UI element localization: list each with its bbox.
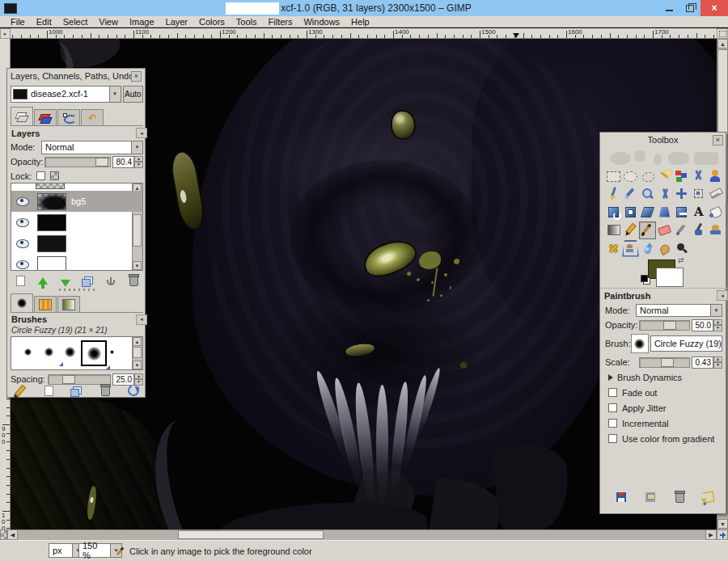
tab-undo-history[interactable]: ↶ [81,109,104,125]
ruler-corner-button[interactable]: ▸ [0,28,11,39]
menu-view[interactable]: View [93,17,124,27]
option-use-color-from-gradient[interactable]: Use color from gradient [608,432,722,445]
lock-pixels-checkbox[interactable] [36,171,45,180]
new-brush-button[interactable] [39,383,58,398]
tool-color-picker[interactable] [622,185,639,203]
scroll-down-button[interactable]: ▼ [717,519,728,529]
tool-smudge[interactable] [656,239,673,257]
tool-pencil[interactable] [622,221,639,239]
brush-dynamics-expander[interactable]: Brush Dynamics [608,371,722,384]
brush-grid-scroll-thumb[interactable] [133,347,142,358]
duplicate-brush-button[interactable] [67,383,87,398]
panel-grip[interactable] [59,289,95,291]
tool-blur[interactable] [639,239,656,257]
spin-up-icon[interactable]: ▲ [134,156,143,162]
tool-ink[interactable] [690,221,707,239]
layer-row[interactable]: bg5 [11,191,142,212]
scroll-right-button[interactable]: ▶ [705,529,717,540]
edit-brush-button[interactable] [11,383,30,398]
scale-spin[interactable]: 0.43 ▲▼ [692,356,722,369]
reset-options-button[interactable] [699,490,718,504]
tool-scale[interactable] [622,203,639,221]
zoom-fit-button[interactable] [717,28,728,39]
tool-crop[interactable] [707,185,724,203]
brush-grid-scrollbar[interactable]: ▲ ▼ [132,337,142,369]
toolbox-titlebar[interactable]: Toolbox × [600,133,726,147]
tool-perspective[interactable] [656,203,673,221]
opacity-spin[interactable]: 50.0 ▲▼ [692,319,722,331]
tool-bucket-fill[interactable] [707,203,724,221]
menu-edit[interactable]: Edit [31,17,57,27]
layer-row[interactable] [11,212,142,233]
tab-menu-button[interactable]: ◂ [717,290,728,301]
horizontal-ruler[interactable]: 10001100120013001400150016001700 [11,28,717,39]
horizontal-scrollbar[interactable] [0,529,728,540]
menu-colors[interactable]: Colors [193,17,231,27]
tab-channels[interactable] [34,109,57,125]
slider-handle[interactable] [661,358,674,367]
tab-patterns[interactable] [34,296,57,312]
scale-slider[interactable] [639,357,690,368]
menu-file[interactable]: File [5,17,31,27]
restore-options-button[interactable] [641,490,660,504]
checkbox-icon[interactable] [608,434,617,443]
scroll-left-button[interactable]: ◀ [7,529,18,540]
tool-fuzzy-select[interactable] [656,167,673,184]
brush-item[interactable] [39,342,58,361]
tab-brushes[interactable] [11,293,33,312]
layer-row[interactable] [11,183,142,191]
layer-mode-select[interactable]: Normal ▼ [41,141,143,154]
minimize-button[interactable] [658,0,679,16]
tool-clone[interactable] [707,221,724,239]
refresh-brushes-button[interactable] [124,383,143,398]
menu-filters[interactable]: Filters [263,17,298,27]
tool-measure[interactable] [656,185,673,203]
window-titlebar[interactable]: xcf-1.0 (RGB, 31 layers) 2300x1500 – GIM… [0,0,728,16]
auto-button[interactable]: Auto [123,86,143,103]
tool-paintbrush[interactable] [639,221,656,239]
spin-up-icon[interactable]: ▲ [134,373,143,380]
tab-paths[interactable] [57,109,80,125]
paint-mode-select[interactable]: Normal ▼ [636,304,722,317]
tool-align[interactable] [690,185,707,203]
horizontal-scroll-thumb[interactable] [178,530,324,539]
anchor-layer-button[interactable] [101,273,121,288]
lock-alpha-checkbox[interactable] [50,171,59,180]
layer-opacity-spin[interactable]: 80.4 ▲▼ [112,156,143,168]
scroll-up-button[interactable]: ▲ [717,39,728,49]
checkbox-icon[interactable] [608,388,617,397]
layer-row[interactable] [11,254,142,271]
menu-image[interactable]: Image [124,17,160,27]
visibility-eye-icon[interactable] [16,239,29,248]
tool-rotate[interactable] [605,203,622,221]
tool-shear[interactable] [639,203,656,221]
tool-heal[interactable] [605,239,622,257]
visibility-eye-icon[interactable] [16,218,29,227]
background-color-swatch[interactable] [656,268,684,287]
layer-row[interactable] [11,233,142,254]
brush-item[interactable] [102,342,121,361]
tool-free-select[interactable] [639,167,656,184]
image-select[interactable]: disease2.xcf-1 ▼ [11,86,121,103]
slider-handle[interactable] [95,158,108,167]
layer-list[interactable]: ▲ ▼ bg5 [11,183,143,271]
tool-blend[interactable] [605,221,622,239]
opacity-slider[interactable] [639,320,690,331]
close-button[interactable]: × [700,0,728,16]
close-icon[interactable]: × [713,135,723,146]
spin-down-icon[interactable]: ▼ [134,162,143,168]
quick-mask-toggle[interactable] [0,529,7,540]
brush-select[interactable]: Circle Fuzzy (19) [650,335,722,352]
delete-options-button[interactable] [670,490,689,504]
option-apply-jitter[interactable]: Apply Jitter [608,402,722,414]
default-colors-icon[interactable] [641,275,650,285]
tool-zoom[interactable] [639,185,656,203]
raise-layer-button[interactable] [33,273,53,288]
menu-tools[interactable]: Tools [231,17,263,27]
spin-down-icon[interactable]: ▼ [713,325,722,331]
tool-ellipse-select[interactable] [622,167,639,184]
slider-handle[interactable] [663,321,676,330]
duplicate-layer-button[interactable] [78,273,98,288]
delete-layer-button[interactable] [124,273,143,288]
layers-dock-titlebar[interactable]: Layers, Channels, Paths, Undo … × [7,69,145,83]
